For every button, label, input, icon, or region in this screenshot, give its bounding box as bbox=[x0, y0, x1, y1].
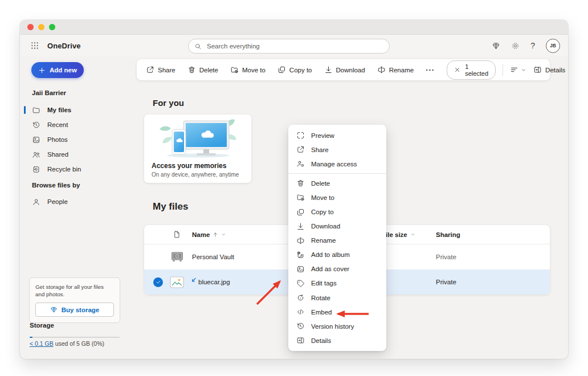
sidebar-label-shared: Shared bbox=[47, 151, 68, 158]
version-history-icon bbox=[296, 322, 305, 330]
person-icon bbox=[32, 198, 40, 206]
selection-count-label: 1 selected bbox=[465, 63, 488, 77]
app-launcher-icon[interactable] bbox=[30, 41, 39, 50]
menu-item-preview[interactable]: Preview bbox=[288, 128, 386, 142]
embed-icon bbox=[296, 308, 305, 316]
buy-storage-button[interactable]: Buy storage bbox=[35, 303, 114, 317]
sidebar-item-my-files[interactable]: My files bbox=[20, 103, 142, 117]
minimize-window-button[interactable] bbox=[38, 24, 44, 30]
people-icon bbox=[32, 150, 40, 159]
toolbar-copy-to-button[interactable]: Copy to bbox=[277, 66, 312, 74]
menu-item-embed[interactable]: Embed bbox=[288, 305, 386, 319]
app-header: OneDrive ? JB bbox=[20, 35, 568, 56]
onedrive-window: OneDrive ? JB Add new Share Delete Move … bbox=[20, 20, 568, 359]
menu-item-share[interactable]: Share bbox=[288, 142, 386, 157]
menu-item-rename[interactable]: Rename bbox=[288, 234, 386, 248]
chevron-down-icon bbox=[410, 232, 415, 237]
for-you-card-subtitle: On any device, anywhere, anytime bbox=[152, 171, 251, 178]
premium-diamond-icon[interactable] bbox=[492, 42, 500, 50]
sidebar-item-recent[interactable]: Recent bbox=[20, 117, 142, 132]
storage-promo-card: Get storage for all your files and photo… bbox=[29, 277, 120, 323]
account-avatar[interactable]: JB bbox=[546, 39, 560, 53]
add-to-album-icon bbox=[296, 251, 305, 259]
app-title: OneDrive bbox=[47, 42, 81, 50]
menu-label: Preview bbox=[311, 132, 334, 139]
menu-item-manage-access[interactable]: Manage access bbox=[288, 157, 386, 171]
sharing-column-header[interactable]: Sharing bbox=[436, 231, 550, 238]
search-input[interactable] bbox=[206, 42, 383, 50]
file-name-personal-vault[interactable]: Personal Vault bbox=[192, 254, 288, 260]
menu-item-edit-tags[interactable]: Edit tags bbox=[288, 276, 386, 291]
menu-item-details[interactable]: Details bbox=[288, 333, 386, 348]
menu-item-download[interactable]: Download bbox=[288, 219, 386, 234]
move-to-icon bbox=[296, 193, 305, 202]
menu-label: Edit tags bbox=[311, 280, 337, 287]
menu-item-version-history[interactable]: Version history bbox=[288, 319, 386, 333]
menu-item-delete[interactable]: Delete bbox=[288, 176, 386, 190]
toolbar-more-button[interactable]: ··· bbox=[426, 66, 435, 74]
move-to-icon bbox=[230, 66, 239, 74]
storage-promo-text: Get storage for all your files and photo… bbox=[35, 283, 114, 298]
toolbar-rename-label: Rename bbox=[389, 67, 414, 73]
menu-label: Rotate bbox=[311, 295, 330, 301]
sharing-value: Private bbox=[436, 254, 550, 260]
menu-item-move-to[interactable]: Move to bbox=[288, 190, 386, 205]
storage-progress-fill bbox=[30, 337, 32, 338]
toolbar-rename-button[interactable]: Rename bbox=[377, 66, 414, 74]
sort-ascending-icon bbox=[213, 232, 218, 238]
view-sort-button[interactable] bbox=[510, 66, 526, 74]
browse-files-by-heading: Browse files by bbox=[32, 182, 80, 189]
command-toolbar: Share Delete Move to Copy to Download Re… bbox=[137, 59, 550, 80]
row-selected-checkbox[interactable] bbox=[153, 277, 163, 287]
sidebar-item-recycle-bin[interactable]: Recycle bin bbox=[20, 162, 142, 177]
close-window-button[interactable] bbox=[27, 24, 34, 30]
image-file-icon bbox=[170, 276, 184, 288]
menu-item-add-as-cover[interactable]: Add as cover bbox=[288, 262, 386, 276]
sidebar-item-photos[interactable]: Photos bbox=[20, 132, 142, 147]
toolbar-download-button[interactable]: Download bbox=[324, 66, 365, 74]
search-box[interactable] bbox=[188, 39, 390, 54]
zoom-window-button[interactable] bbox=[49, 24, 55, 30]
details-pane-button[interactable]: Details bbox=[533, 66, 565, 74]
rotate-icon bbox=[296, 293, 305, 302]
storage-progress-bar bbox=[30, 337, 120, 338]
chevron-down-icon bbox=[521, 67, 526, 73]
file-context-menu: Preview Share Manage access Delete Move … bbox=[288, 125, 386, 351]
bluecar-label: bluecar.jpg bbox=[198, 279, 230, 285]
menu-label: Version history bbox=[311, 323, 354, 330]
for-you-heading: For you bbox=[153, 98, 184, 108]
diamond-icon bbox=[50, 306, 58, 313]
sidebar-item-shared[interactable]: Shared bbox=[20, 147, 142, 162]
name-column-header[interactable]: Name bbox=[192, 231, 288, 238]
file-size-column-header[interactable]: File size bbox=[382, 231, 436, 238]
menu-item-rotate[interactable]: Rotate bbox=[288, 291, 386, 305]
menu-item-add-to-album[interactable]: Add to album bbox=[288, 248, 386, 262]
edit-tags-icon bbox=[296, 279, 305, 288]
storage-used-link[interactable]: < 0.1 GB bbox=[30, 340, 54, 347]
help-icon[interactable]: ? bbox=[530, 42, 535, 50]
chevron-down-icon bbox=[221, 232, 226, 237]
storage-usage-text: < 0.1 GB used of 5 GB (0%) bbox=[30, 340, 104, 347]
window-titlebar bbox=[20, 20, 568, 35]
share-icon bbox=[296, 145, 305, 154]
add-as-cover-icon bbox=[296, 265, 305, 273]
clear-selection-pill[interactable]: 1 selected bbox=[447, 60, 496, 80]
storage-heading: Storage bbox=[30, 322, 54, 329]
toolbar-move-to-button[interactable]: Move to bbox=[230, 66, 266, 74]
menu-item-copy-to[interactable]: Copy to bbox=[288, 205, 386, 219]
sidebar-label-my-files: My files bbox=[47, 107, 71, 113]
sidebar-label-recycle-bin: Recycle bin bbox=[47, 166, 81, 173]
menu-label: Embed bbox=[311, 309, 332, 316]
for-you-card[interactable]: Access your memories On any device, anyw… bbox=[144, 115, 251, 183]
details-label: Details bbox=[545, 67, 565, 73]
settings-gear-icon[interactable] bbox=[511, 42, 520, 50]
download-icon bbox=[296, 222, 305, 231]
avatar-initials: JB bbox=[550, 43, 556, 48]
toolbar-share-button[interactable]: Share bbox=[146, 66, 175, 74]
vault-icon bbox=[170, 251, 184, 263]
file-name-bluecar[interactable]: bluecar.jpg bbox=[192, 279, 288, 285]
toolbar-delete-button[interactable]: Delete bbox=[187, 66, 218, 74]
rename-icon bbox=[377, 66, 386, 74]
sidebar-item-people[interactable]: People bbox=[20, 194, 142, 209]
menu-label: Delete bbox=[311, 180, 330, 187]
